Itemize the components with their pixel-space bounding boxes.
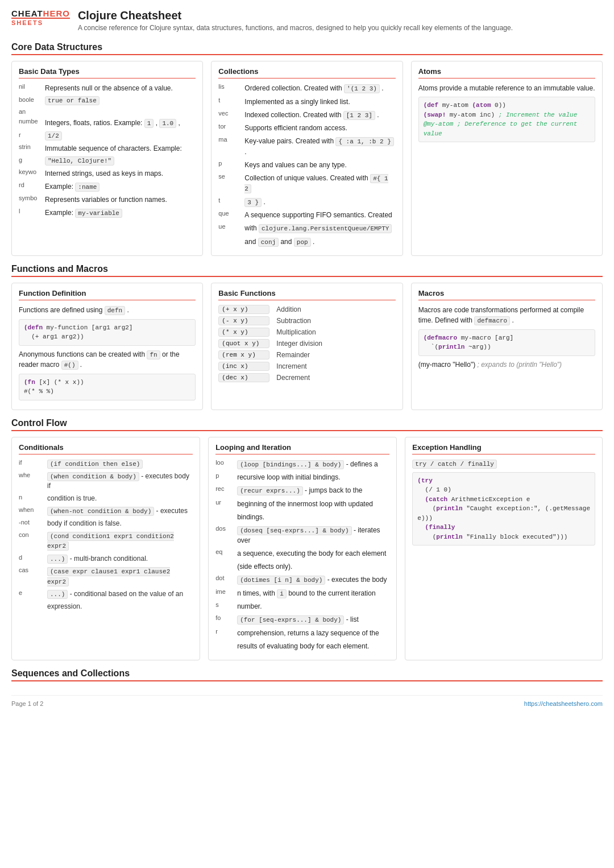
loop-fo: fo (for [seq-exprs...] & body) - list — [215, 614, 389, 625]
function-def-card: Function Definition Functions are define… — [11, 283, 203, 410]
footer: Page 1 of 2 https://cheatsheetshero.com — [11, 695, 603, 707]
conditionals-card: Conditionals if (if condition then else)… — [11, 437, 200, 660]
looping-title: Looping and Iteration — [215, 443, 389, 454]
logo: CHEATHERO SHEETS — [11, 9, 70, 26]
collections-card: Collections lis Ordered collection. Crea… — [211, 61, 403, 256]
func-add: (+ x y) Addition — [218, 305, 395, 314]
loop-bindings: bindings. — [215, 512, 389, 522]
footer-url[interactable]: https://cheatsheetshero.com — [524, 700, 603, 707]
loop-side: (side effects only). — [215, 561, 389, 572]
section-functions-macros: Functions and Macros — [11, 264, 603, 277]
function-def-code1: (defn my-function [arg1 arg2] (+ arg1 ar… — [19, 319, 196, 346]
atoms-desc: Atoms provide a mutable reference to an … — [418, 83, 595, 93]
collections-title: Collections — [218, 67, 395, 78]
data-row-an: an — [19, 108, 196, 115]
col-map: ma Key-value pairs. Created with { :a 1,… — [218, 136, 395, 157]
loop-r: r comprehension, returns a lazy sequence… — [215, 628, 389, 638]
function-def-desc2: Anonymous functions can be created with … — [19, 349, 196, 370]
loop-loo: loo (loop [bindings...] & body) - define… — [215, 459, 389, 470]
data-row-keyword: keywo Interned strings, used as keys in … — [19, 168, 196, 179]
try-catch-finally: try / catch / finally — [412, 460, 497, 469]
data-row-rd: rd Example: :name — [19, 181, 196, 192]
atoms-code: (def my-atom (atom 0)) (swap! my-atom in… — [418, 97, 595, 142]
core-data-grid: Basic Data Types nil Represents null or … — [11, 61, 603, 256]
data-row-number: numbe Integers, floats, ratios. Example:… — [19, 118, 196, 129]
section-sequences: Sequences and Collections — [11, 668, 603, 681]
functions-macros-grid: Function Definition Functions are define… — [11, 283, 603, 410]
col-t: t Implemented as a singly linked list. — [218, 97, 395, 107]
section-control-flow: Control Flow — [11, 418, 603, 431]
func-mul: (* x y) Multiplication — [218, 328, 395, 337]
conditionals-title: Conditionals — [19, 443, 193, 454]
loop-ime: ime n times, with i bound to the current… — [215, 588, 389, 599]
func-sub: (- x y) Subtraction — [218, 316, 395, 325]
macros-card: Macros Macros are code transformations p… — [411, 283, 603, 410]
cond-d: d ...) - multi-branch conditional. — [19, 554, 193, 564]
loop-rec: rec (recur exprs...) - jumps back to the — [215, 485, 389, 496]
cond-expr: expression. — [19, 602, 193, 611]
page-subtitle: A concise reference for Clojure syntax, … — [78, 24, 513, 32]
func-rem: (rem x y) Remainder — [218, 350, 395, 359]
basic-data-types-title: Basic Data Types — [19, 67, 196, 78]
func-inc: (inc x) Increment — [218, 362, 395, 371]
data-row-nil: nil Represents null or the absence of a … — [19, 83, 196, 93]
macros-code1: (defmacro my-macro [arg] `(println ~arg)… — [418, 329, 595, 356]
loop-eq: eq a sequence, executing the body for ea… — [215, 548, 389, 559]
col-p: p Keys and values can be any type. — [218, 160, 395, 170]
data-row-string: strin Immutable sequence of characters. … — [19, 143, 196, 154]
atoms-card: Atoms Atoms provide a mutable reference … — [411, 61, 603, 256]
exception-handling-card: Exception Handling try / catch / finally… — [405, 437, 603, 660]
macros-desc2: (my-macro "Hello") ; expands to (println… — [418, 359, 595, 370]
cond-not: -not body if condition is false. — [19, 519, 193, 528]
macros-desc: Macros are code transformations performe… — [418, 305, 595, 326]
col-que: que A sequence supporting FIFO semantics… — [218, 210, 395, 220]
basic-functions-title: Basic Functions — [218, 289, 395, 300]
basic-data-types-card: Basic Data Types nil Represents null or … — [11, 61, 203, 256]
col-vec: vec Indexed collection. Created with [1 … — [218, 110, 395, 121]
loop-dot: dot (dotimes [i n] & body) - executes th… — [215, 574, 389, 585]
data-row-l: l Example: my-variable — [19, 208, 196, 218]
cond-cas: cas (case expr clause1 expr1 clause2 exp… — [19, 567, 193, 586]
col-set2: t 3 } . — [218, 197, 395, 208]
logo-bottom: SHEETS — [11, 18, 70, 26]
col-set: se Collection of unique values. Created … — [218, 173, 395, 194]
logo-top: CHEATHERO — [11, 9, 70, 18]
data-row-r: r 1/2 — [19, 131, 196, 140]
control-flow-grid: Conditionals if (if condition then else)… — [11, 437, 603, 660]
col-conj: and conj and pop . — [218, 237, 395, 247]
basic-functions-card: Basic Functions (+ x y) Addition (- x y)… — [211, 283, 403, 410]
col-tor: tor Supports efficient random access. — [218, 123, 395, 133]
section-core-data: Core Data Structures — [11, 42, 603, 55]
loop-s: s number. — [215, 601, 389, 611]
func-quot: (quot x y) Integer division — [218, 339, 395, 348]
cond-when-not: when (when-not condition & body) - execu… — [19, 506, 193, 516]
col-ue: ue with clojure.lang.PersistentQueue/EMP… — [218, 223, 395, 234]
macros-title: Macros — [418, 289, 595, 300]
looping-card: Looping and Iteration loo (loop [binding… — [208, 437, 397, 660]
page-title: Clojure Cheatsheet — [78, 9, 513, 22]
loop-ur: ur beginning of the innermost loop with … — [215, 499, 389, 509]
exception-title: Exception Handling — [412, 443, 595, 454]
cond-e: e ...) - conditional based on the value … — [19, 589, 193, 599]
data-row-symbol: symbo Represents variables or function n… — [19, 195, 196, 205]
cond-when: whe (when condition & body) - executes b… — [19, 472, 193, 491]
header-text: Clojure Cheatsheet A concise reference f… — [78, 9, 513, 32]
loop-dos: dos (doseq [seq-exprs...] & body) - iter… — [215, 525, 389, 546]
cond-con: con (cond condition1 expr1 condition2 ex… — [19, 531, 193, 551]
loop-p: p recursive loop with initial bindings. — [215, 472, 389, 482]
function-def-code2: (fn [x] (* x x)) #(* % %) — [19, 374, 196, 400]
function-def-desc1: Functions are defined using defn . — [19, 305, 196, 316]
func-dec: (dec x) Decrement — [218, 373, 395, 382]
page-number: Page 1 of 2 — [11, 700, 43, 707]
data-row-boolean: boole true or false — [19, 96, 196, 105]
cond-n: n condition is true. — [19, 494, 193, 503]
atoms-title: Atoms — [418, 67, 595, 78]
header: CHEATHERO SHEETS Clojure Cheatsheet A co… — [11, 9, 603, 32]
data-row-g: g "Hello, Clojure!" — [19, 156, 196, 166]
cond-if: if (if condition then else) — [19, 459, 193, 469]
col-list: lis Ordered collection. Created with '(1… — [218, 83, 395, 94]
loop-results: results of evaluating body for each elem… — [215, 641, 389, 651]
function-def-title: Function Definition — [19, 289, 196, 300]
exception-code: (try (/ 1 0) (catch ArithmeticException … — [412, 472, 595, 546]
